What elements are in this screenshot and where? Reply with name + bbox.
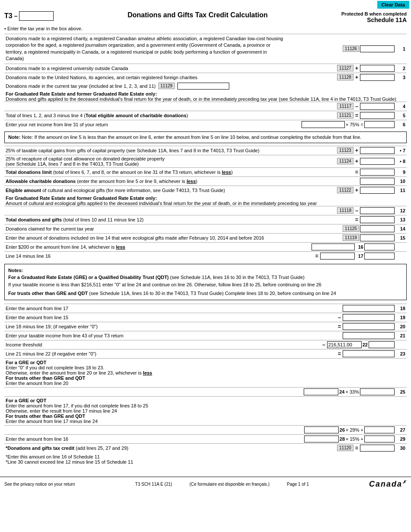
table-row: Total of lines 1, 2, and 3 minus line 4 … (4, 111, 407, 120)
table-row: Donations made to a registered universit… (4, 64, 407, 73)
table-row: Income threshold – 216,511.00 22 (4, 340, 407, 349)
line27-input[interactable] (364, 426, 395, 433)
line8-number: • 8 (396, 155, 407, 167)
line15-desc: Enter the amount of donations included o… (4, 233, 286, 242)
line7-input[interactable] (360, 147, 395, 154)
gre-qdt2-detail1: Enter the amount from line 17, if you di… (6, 403, 405, 408)
line26-27-fields: 26 × 29% + (286, 425, 396, 434)
field-11122: 11122 (337, 187, 353, 193)
line30-input[interactable] (360, 445, 395, 452)
clear-data-button[interactable]: Clear Data (377, 1, 409, 9)
line18-input[interactable] (343, 305, 395, 312)
line17-input-a[interactable] (320, 253, 355, 260)
line24-25-table: 24 × 33% 25 (4, 387, 407, 396)
line4-input[interactable] (360, 103, 395, 110)
table-row: Line 18 minus line 19; (if negative ente… (4, 322, 407, 331)
table-row: Allowable charitable donations (enter th… (4, 176, 407, 186)
table-row: *Donations and gifts tax credit (add lin… (4, 443, 407, 452)
line17-label: 17 (356, 253, 363, 259)
line8-input[interactable] (360, 158, 395, 165)
table-row: Line 14 minus line 16 = 17 (4, 251, 407, 260)
line9-input[interactable] (360, 169, 395, 176)
line10-input[interactable] (360, 178, 395, 185)
note-box-1: Note: Note: If the amount on line 5 is l… (4, 131, 407, 143)
line18-fields (286, 304, 396, 313)
line6-input-b[interactable] (364, 121, 395, 128)
table-row: Total donations and gifts (total of line… (4, 215, 407, 224)
gre-qdt-detail3: Enter the amount from line 20 (6, 381, 405, 386)
line19-number: 19 (396, 313, 407, 322)
line15-number: 15 (396, 233, 407, 242)
line13-fields: = (286, 215, 396, 224)
line16-input-b[interactable] (364, 244, 395, 250)
line11-input[interactable] (360, 187, 395, 194)
table-row: Donations made to a registered charity, … (4, 34, 407, 64)
line1-input[interactable] (360, 45, 395, 52)
line23-input[interactable] (343, 350, 395, 357)
gre-qdt-detail1: Enter "0" if you did not complete lines … (6, 365, 405, 370)
line28-input[interactable] (304, 436, 339, 442)
table-row: Donations made to the United Nations, it… (4, 73, 407, 82)
table-row: Donations claimed for the current tax ye… (4, 224, 407, 233)
line17-input-b[interactable] (364, 253, 395, 260)
line22-number (396, 340, 407, 349)
line21-input[interactable] (343, 332, 395, 339)
gre-qdt-section2: For a GRE or QDT Enter the amount from l… (4, 396, 407, 425)
gre-qdt2-header2: For trusts other than GRE and QDT (6, 413, 405, 419)
lines-18-23-table: Enter the amount from line 17 18 Enter t… (4, 304, 407, 358)
line26-input[interactable] (304, 426, 339, 433)
line6-input-a[interactable] (302, 121, 345, 128)
line24-input[interactable] (304, 388, 338, 395)
line20-input[interactable] (343, 323, 395, 330)
table-row: Enter your taxable income from line 43 o… (4, 331, 407, 340)
line11-desc: Eligible amount of cultural and ecologic… (4, 186, 286, 195)
line13-input[interactable] (360, 216, 395, 223)
line2-operator: + (354, 65, 359, 71)
table-row: For Graduated Rate Estate and former Gra… (4, 195, 407, 206)
line8-desc: 25% of recapture of capital cost allowan… (4, 155, 286, 167)
line5-input[interactable] (360, 112, 395, 119)
line2-input[interactable] (360, 65, 395, 72)
tax-year-input[interactable] (19, 11, 54, 21)
line16-input-a[interactable] (311, 244, 355, 250)
line9-number: 9 (396, 167, 407, 176)
line30-operator: = (354, 445, 359, 451)
table-row: Enter the amount from line 15 – 19 (4, 313, 407, 322)
line26-desc (4, 425, 286, 434)
line2-fields: 11127 + (286, 64, 396, 73)
lines-7-17-table: 25% of taxable capital gains from gifts … (4, 146, 407, 260)
line25-input[interactable] (360, 388, 395, 395)
line15-input[interactable] (360, 234, 395, 241)
line3-input[interactable] (360, 74, 395, 81)
protected-b-label: Protected B when completed (341, 11, 407, 16)
line-current-year-input[interactable] (177, 83, 229, 90)
line7-fields: 11123 + (286, 146, 396, 155)
gre-qdt-header2: For trusts other than GRE and QDT (6, 375, 405, 381)
line-current-year-text: Donations made in the current tax year (… (6, 83, 156, 89)
page-footer: See the privacy notice on your return T3… (0, 477, 411, 491)
notes-gre-detail: If your taxable income is less than $216… (8, 281, 403, 288)
notes-gre-label: For a Graduated Rate Estate (GRE) or a Q… (8, 275, 169, 280)
field-11117: 11117 (337, 103, 353, 109)
line29-input[interactable] (364, 436, 395, 442)
notes-other-label: For trusts other than GRE and QDT (8, 291, 88, 296)
footnote2: *Line 30 cannot exceed line 12 minus lin… (6, 459, 405, 465)
table-row: 11118 – 12 (4, 206, 407, 215)
line1-desc: Donations made to a registered charity, … (4, 34, 286, 64)
line16-desc: Enter $200 or the amount from line 14, w… (4, 242, 286, 251)
line26-label: 26 (340, 427, 345, 433)
line4-operator: – (354, 103, 359, 109)
french-note: (Ce formulaire est disponible en françai… (189, 482, 270, 487)
line19-input[interactable] (343, 314, 395, 321)
line14-input[interactable] (360, 225, 395, 232)
line2-desc: Donations made to a registered universit… (4, 64, 286, 73)
line20-operator: = (337, 324, 342, 330)
line1-fields: 11126 (286, 34, 396, 64)
line22-input[interactable] (369, 341, 395, 348)
note-text: Note: If the amount on line 5 is less th… (22, 135, 361, 140)
line9-fields: = (286, 167, 396, 176)
line12-input[interactable] (360, 207, 395, 214)
gre-qdt2-detail3: Enter the amount from line 17 minus line… (6, 419, 405, 424)
line24-25-fields: 24 × 33% (286, 387, 396, 396)
line8-fields: 11124 + (286, 155, 396, 167)
